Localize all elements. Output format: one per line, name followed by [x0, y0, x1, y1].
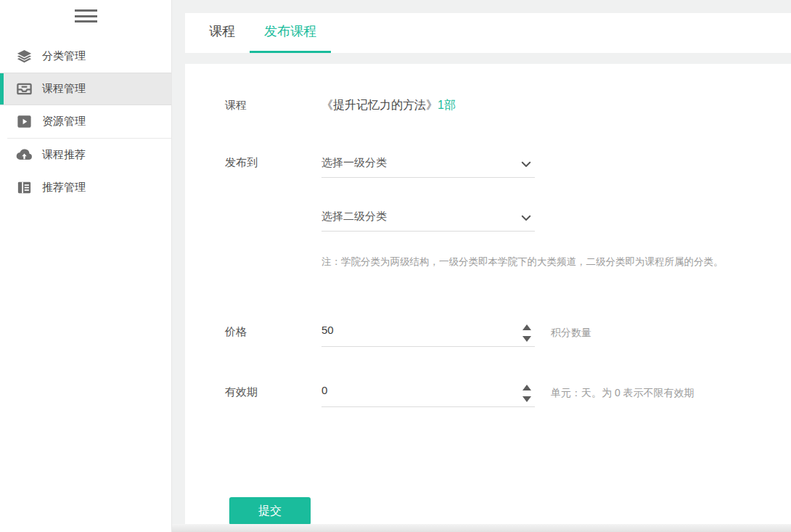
hamburger-icon[interactable] [75, 9, 97, 24]
validity-row: 有效期 单元：天。为 0 表示不限有效期 [225, 381, 694, 407]
main-area: 课程 发布课程 课程 《提升记忆力的方法》1部 发布到 选择一级分类 [172, 0, 791, 532]
sidebar-item-label: 资源管理 [42, 115, 86, 128]
chevron-down-icon [520, 211, 533, 224]
price-input[interactable] [321, 321, 503, 336]
validity-input[interactable] [321, 381, 503, 396]
publish-to-label: 发布到 [225, 152, 321, 170]
price-hint: 积分数量 [551, 321, 591, 340]
bottom-edge-gradient [172, 524, 791, 532]
course-title-text: 《提升记忆力的方法》 [321, 99, 438, 111]
price-label: 价格 [225, 321, 321, 339]
number-stepper-icon[interactable] [522, 324, 533, 342]
price-field [321, 321, 535, 347]
layers-icon [16, 48, 33, 65]
sidebar-item-label: 推荐管理 [42, 181, 86, 195]
course-row: 课程 《提升记忆力的方法》1部 [225, 94, 456, 113]
sidebar-item-resource-management[interactable]: 资源管理 [0, 105, 171, 138]
level2-row: 选择二级分类 [225, 205, 535, 232]
course-label: 课程 [225, 94, 321, 112]
level1-category-placeholder: 选择一级分类 [321, 152, 535, 172]
inbox-icon [16, 81, 33, 97]
tab-bar: 课程 发布课程 [185, 13, 791, 53]
sidebar-item-course-recommend[interactable]: 课程推荐 [0, 139, 171, 171]
cloud-upload-icon [16, 147, 33, 163]
sidebar-item-recommend-management[interactable]: 推荐管理 [0, 171, 171, 204]
price-row: 价格 积分数量 [225, 321, 591, 347]
sidebar-item-course-management[interactable]: 课程管理 [0, 73, 171, 105]
publish-course-form: 课程 《提升记忆力的方法》1部 发布到 选择一级分类 选择二级分类 [185, 64, 791, 524]
publish-to-row: 发布到 选择一级分类 [225, 152, 535, 178]
chevron-down-icon [520, 157, 533, 171]
video-icon [16, 113, 33, 130]
sidebar-item-label: 课程推荐 [42, 148, 86, 162]
course-count-link[interactable]: 1部 [438, 99, 456, 111]
level1-category-select[interactable]: 选择一级分类 [321, 152, 535, 178]
document-icon [16, 179, 33, 196]
sidebar-item-label: 分类管理 [42, 49, 86, 63]
sidebar: 分类管理 课程管理 资源管理 [0, 0, 172, 532]
validity-hint: 单元：天。为 0 表示不限有效期 [551, 381, 694, 400]
submit-button[interactable]: 提交 [229, 497, 311, 525]
validity-field [321, 381, 535, 407]
sidebar-menu: 分类管理 课程管理 资源管理 [0, 40, 171, 204]
level2-category-select[interactable]: 选择二级分类 [321, 205, 535, 232]
level2-category-placeholder: 选择二级分类 [321, 205, 535, 226]
sidebar-item-label: 课程管理 [42, 82, 86, 96]
tab-course-list[interactable]: 课程 [194, 13, 250, 53]
tab-publish-course[interactable]: 发布课程 [250, 13, 331, 53]
course-title: 《提升记忆力的方法》1部 [321, 94, 456, 113]
number-stepper-icon[interactable] [522, 385, 533, 402]
sidebar-item-category-management[interactable]: 分类管理 [0, 40, 171, 73]
category-note: 注：学院分类为两级结构，一级分类即本学院下的大类频道，二级分类即为课程所属的分类… [321, 255, 724, 269]
validity-label: 有效期 [225, 381, 321, 399]
